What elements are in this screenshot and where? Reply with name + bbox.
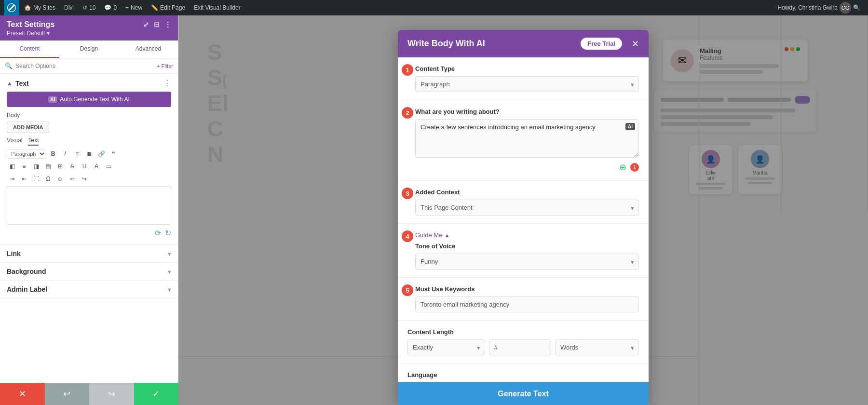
content-type-wrapper: Paragraph Heading List Custom <box>415 76 639 92</box>
strikethrough-button[interactable]: S̶ <box>67 161 78 172</box>
redo-button[interactable]: ↪ <box>89 383 134 405</box>
editor-tab-text[interactable]: Text <box>28 137 39 146</box>
link-chevron-icon: ▾ <box>168 250 171 257</box>
textarea-footer: ⊕ 1 <box>415 162 639 173</box>
keywords-input[interactable] <box>415 297 639 312</box>
search-icon[interactable]: 🔍 <box>853 4 860 11</box>
admin-bar: 🏠 My Sites Divi ↺ 10 💬 0 + New ✏️ Edit P… <box>0 0 868 15</box>
panel-columns-icon[interactable]: ⊟ <box>154 21 160 28</box>
editor-toolbar-row1: Paragraph B I ≡ ≣ 🔗 ❝ <box>7 148 171 159</box>
align-left-button[interactable]: ◧ <box>7 161 17 172</box>
comments-btn[interactable]: 💬 0 <box>100 0 121 15</box>
language-label: Language <box>407 371 639 378</box>
guide-arrow-icon: ▲ <box>444 232 449 238</box>
align-center-button[interactable]: ≡ <box>19 161 29 172</box>
tone-of-voice-select[interactable]: Funny Professional Casual Formal Inspira… <box>415 254 639 270</box>
words-select-wrapper: Words Sentences Paragraphs <box>555 339 639 355</box>
modal-close-button[interactable]: ✕ <box>632 39 639 49</box>
language-section: Language <box>398 364 649 382</box>
more-button[interactable]: ▭ <box>103 161 114 172</box>
added-context-select[interactable]: This Page Content None Custom <box>415 200 639 216</box>
italic-button[interactable]: I <box>60 148 70 159</box>
tone-of-voice-wrapper: Funny Professional Casual Formal Inspira… <box>415 254 639 270</box>
content-length-section: Content Length Exactly At Least At Most … <box>398 321 649 364</box>
background-section-header[interactable]: Background ▾ <box>7 268 171 275</box>
modal-overlay: Write Body With AI Free Trial ✕ 1 Conten… <box>178 15 868 405</box>
editor-tabs: Visual Text <box>7 137 171 146</box>
section-chevron-icon: ▲ <box>7 80 13 87</box>
cycle-icon[interactable]: ↻ <box>165 229 171 238</box>
table-button[interactable]: ⊞ <box>55 161 66 172</box>
auto-generate-ai-button[interactable]: AI Auto Generate Text With AI <box>7 92 171 107</box>
admin-label-section-header[interactable]: Admin Label ▾ <box>7 285 171 293</box>
step-5-label: Must Use Keywords <box>415 285 639 293</box>
add-media-button[interactable]: ADD MEDIA <box>7 122 49 133</box>
tab-design[interactable]: Design <box>59 40 119 58</box>
section-options-icon[interactable]: ⋮ <box>163 79 171 88</box>
number-input[interactable] <box>489 339 551 355</box>
editor-toolbar-row2: ◧ ≡ ◨ ▤ ⊞ S̶ U A ▭ <box>7 161 171 172</box>
wp-logo[interactable] <box>4 0 19 15</box>
unordered-list-button[interactable]: ≡ <box>72 148 82 159</box>
search-bar: 🔍 + Filter <box>0 58 178 74</box>
link-button[interactable]: 🔗 <box>96 148 107 159</box>
editor-area[interactable] <box>7 186 171 225</box>
content-type-select[interactable]: Paragraph Heading List Custom <box>415 76 639 92</box>
words-select[interactable]: Words Sentences Paragraphs <box>555 339 639 355</box>
modal-header: Write Body With AI Free Trial ✕ <box>398 30 649 57</box>
step-1-label: Content Type <box>415 65 639 72</box>
underline-button[interactable]: U <box>79 161 90 172</box>
outdent-button[interactable]: ⇤ <box>19 174 29 184</box>
tab-advanced[interactable]: Advanced <box>119 40 178 58</box>
redo-button[interactable]: ↪ <box>79 174 90 184</box>
exactly-select[interactable]: Exactly At Least At Most Between <box>407 339 485 355</box>
error-badge: 1 <box>630 163 639 172</box>
panel-more-icon[interactable]: ⋮ <box>164 21 171 28</box>
edit-page-btn[interactable]: ✏️ Edit Page <box>147 0 189 15</box>
color-button[interactable]: A <box>91 161 102 172</box>
link-section-header[interactable]: Link ▾ <box>7 250 171 257</box>
writing-about-textarea[interactable]: Create a few sentences introducing an em… <box>415 119 639 158</box>
panel-title: Text Settings ⤢ ⊟ ⋮ <box>7 20 171 29</box>
text-section-header[interactable]: ▲ Text ⋮ <box>7 79 171 88</box>
indent-button[interactable]: ⇥ <box>7 174 17 184</box>
save-button[interactable]: ✓ <box>134 383 179 405</box>
background-section: Background ▾ <box>0 263 178 281</box>
history-btn[interactable]: ↺ 10 <box>79 0 99 15</box>
panel-preset[interactable]: Preset: Default ▾ <box>7 30 171 37</box>
filter-button[interactable]: + Filter <box>157 63 173 69</box>
guide-me-link[interactable]: Guide Me ▲ <box>415 231 639 239</box>
blockquote-button[interactable]: ❝ <box>108 148 119 159</box>
generate-text-button[interactable]: Generate Text <box>398 382 649 405</box>
undo-button[interactable]: ↩ <box>67 174 78 184</box>
divi-menu[interactable]: Divi <box>60 0 78 15</box>
step-4-label: Tone of Voice <box>415 243 639 250</box>
justify-button[interactable]: ▤ <box>43 161 54 172</box>
bold-button[interactable]: B <box>48 148 58 159</box>
admin-label-chevron-icon: ▾ <box>168 286 171 293</box>
paragraph-select[interactable]: Paragraph <box>7 149 46 159</box>
step-5-section: 5 Must Use Keywords <box>398 278 649 321</box>
tab-content[interactable]: Content <box>0 40 59 58</box>
panel-resize-icon[interactable]: ⤢ <box>143 21 149 28</box>
special-char-button[interactable]: Ω <box>43 174 54 184</box>
refresh-icon[interactable]: ⟳ <box>155 229 161 238</box>
emoji-button[interactable]: ☺ <box>55 174 66 184</box>
howdy-label: Howdy, Christina Gwira CG 🔍 <box>774 2 864 14</box>
editor-toolbar-row3: ⇥ ⇤ ⛶ Ω ☺ ↩ ↪ <box>7 174 171 184</box>
search-input[interactable] <box>15 63 154 69</box>
exit-builder-btn[interactable]: Exit Visual Builder <box>190 0 244 15</box>
fullscreen-button[interactable]: ⛶ <box>31 174 41 184</box>
new-btn[interactable]: + New <box>122 0 146 15</box>
undo-button[interactable]: ↩ <box>45 383 90 405</box>
my-sites-menu[interactable]: 🏠 My Sites <box>20 0 59 15</box>
editor-tab-visual[interactable]: Visual <box>7 137 22 146</box>
left-panel: Text Settings ⤢ ⊟ ⋮ Preset: Default ▾ Co… <box>0 15 178 405</box>
align-right-button[interactable]: ◨ <box>31 161 41 172</box>
ordered-list-button[interactable]: ≣ <box>84 148 95 159</box>
add-icon[interactable]: ⊕ <box>619 162 626 173</box>
body-label: Body <box>7 112 171 119</box>
cancel-button[interactable]: ✕ <box>0 383 45 405</box>
free-trial-button[interactable]: Free Trial <box>581 38 622 50</box>
link-section: Link ▾ <box>0 245 178 263</box>
